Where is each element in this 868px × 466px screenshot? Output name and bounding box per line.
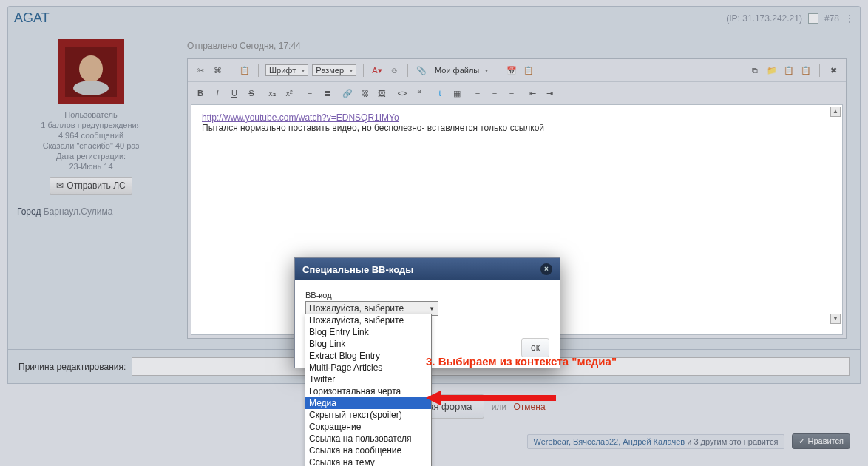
bbcode-option[interactable]: Пожалуйста, выберите: [305, 314, 431, 326]
annotation-arrow: [426, 391, 559, 415]
bbcode-option[interactable]: Multi-Page Articles: [305, 362, 431, 374]
scroll-up-icon[interactable]: ▲: [830, 107, 841, 117]
svg-marker-4: [426, 391, 556, 405]
bbcode-option[interactable]: Twitter: [305, 374, 431, 385]
pasted-link[interactable]: http://www.youtube.com/watch?v=EDNSQR1IM…: [202, 112, 399, 123]
bbcode-option[interactable]: Ссылка на пользователя: [305, 433, 431, 445]
bbcode-option[interactable]: Blog Entry Link: [305, 326, 431, 338]
avatar[interactable]: [58, 39, 124, 104]
svg-point-3: [73, 81, 109, 95]
bbcode-option[interactable]: Скрытый текст(spoiler): [305, 409, 431, 421]
bbcode-option[interactable]: Extract Blog Entry: [305, 350, 431, 362]
ok-button[interactable]: ок: [521, 338, 549, 357]
dialog-title: Специальные BB-коды: [302, 264, 413, 275]
bbcode-select-label: BB-код: [305, 291, 438, 300]
bbcode-option[interactable]: Медиа: [305, 397, 431, 409]
close-icon[interactable]: ×: [540, 263, 552, 275]
bbcode-option[interactable]: Ссылка на сообщение: [305, 445, 431, 456]
bbcode-option[interactable]: Ссылка на тему: [305, 456, 431, 466]
bbcode-option[interactable]: Blog Link: [305, 338, 431, 350]
bbcode-option[interactable]: Сокращение: [305, 421, 431, 433]
svg-point-2: [79, 55, 103, 82]
bbcode-options-list[interactable]: Пожалуйста, выберитеBlog Entry LinkBlog …: [305, 314, 432, 466]
bbcode-option[interactable]: Горизонтальная черта: [305, 385, 431, 397]
pasted-text: Пытался нормально поставить видео, но бе…: [202, 123, 544, 133]
scroll-down-icon[interactable]: ▼: [830, 314, 841, 324]
